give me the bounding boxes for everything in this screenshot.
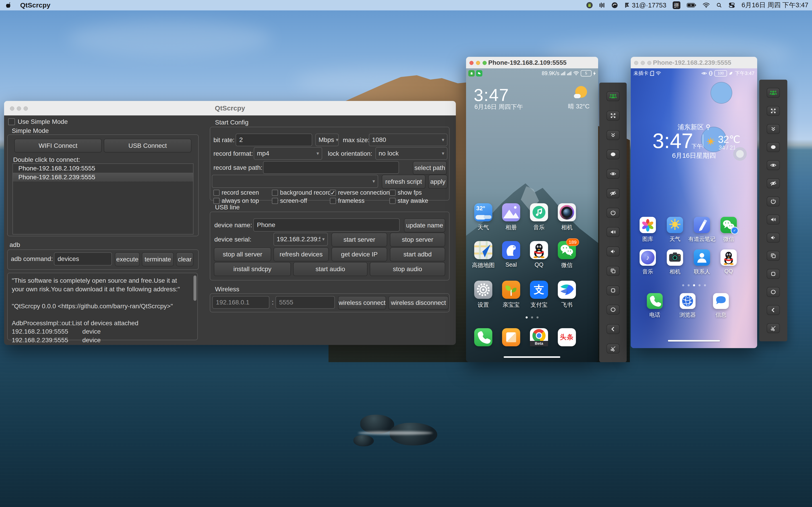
wireless-connect-button[interactable]: wireless connect [338,296,386,309]
open-screen-button[interactable] [607,169,620,179]
full-screen-button[interactable] [767,106,780,116]
power-button[interactable] [607,208,620,218]
adb-command-input[interactable]: devices [54,252,112,266]
volume-down-button[interactable] [767,233,780,243]
app-icon-toutiao[interactable]: 头条 [558,328,576,346]
update-name-button[interactable]: update name [404,218,445,232]
record-save-path-input[interactable] [263,161,399,174]
phone2-screen[interactable]: 未插卡 ! 100 下午3:47 浦东新区 ⚲ 3:47 下午 32℃ [631,68,757,348]
app-icon-browser[interactable] [680,293,696,309]
checkbox-stay-awake[interactable]: stay awake [390,198,428,205]
lock-orientation-dropdown[interactable]: no lock▾ [375,147,448,160]
app-icon-qinbaobao[interactable] [502,281,520,299]
refresh-script-button[interactable]: refresh script [382,175,425,189]
minimize-button[interactable] [641,61,645,65]
use-simple-mode-checkbox[interactable]: Use Simple Mode [8,118,68,125]
stop-audio-button[interactable]: stop audio [370,262,445,276]
power-button[interactable] [767,196,780,207]
app-icon-qq[interactable] [720,249,737,266]
app-icon-feishu[interactable] [558,281,576,299]
app-icon-weather-miui[interactable]: 32° [474,203,492,221]
checkbox-show-fps[interactable]: show fps [390,189,422,196]
checkbox-always-on-top[interactable]: always on top [213,198,259,205]
adb-log-output[interactable]: "This software is completely open source… [7,273,198,340]
collapse-button[interactable] [607,130,620,140]
device-list[interactable]: Phone-192.168.2.109:5555Phone-192.168.2.… [12,163,194,234]
app-icon-music-miui[interactable] [530,203,548,221]
phone2-titlebar[interactable]: Phone-192.168.2.239:5555 [631,57,757,69]
volume-up-button[interactable] [767,215,780,225]
app-icon-weather-hw[interactable] [667,217,683,233]
battery-menu-icon[interactable] [687,2,696,8]
app-icon-alipay[interactable]: 支 [530,281,548,299]
close-button[interactable] [634,61,638,65]
group-control-button[interactable] [767,88,780,98]
checkbox-reverse-connection[interactable]: ✓reverse connection [330,189,390,196]
app-icon-messages-hw[interactable] [713,293,729,309]
stop-all-server-button[interactable]: stop all server [214,247,271,262]
install-sndcpy-button[interactable]: install sndcpy [214,262,291,276]
app-icon-wechat[interactable]: 189 [558,241,576,259]
group-control-button[interactable] [607,91,620,101]
wireless-ip-input[interactable]: 192.168.0.1 [212,296,269,309]
touch-button[interactable] [607,150,620,159]
app-icon-youdao[interactable] [694,217,710,233]
phone1-titlebar[interactable]: Phone-192.168.2.109:5555 [466,57,598,69]
app-icon-contacts[interactable] [694,249,710,266]
checkbox-frameless[interactable]: frameless [330,198,364,205]
back-button[interactable] [607,324,620,334]
wireless-port-input[interactable]: 5555 [275,296,335,309]
wifi-connect-button[interactable]: WIFI Connect [14,139,102,153]
max-size-dropdown[interactable]: 1080▾ [369,133,448,146]
bit-rate-input[interactable]: 2 [236,133,312,146]
volume-down-button[interactable] [607,246,620,257]
get-device-ip-button[interactable]: get device IP [332,247,387,262]
apple-menu-icon[interactable] [6,2,12,9]
zoom-button[interactable] [647,61,651,65]
home-button[interactable] [767,287,780,297]
bit-rate-unit-dropdown[interactable]: Mbps▾ [315,133,339,146]
stop-server-button[interactable]: stop server [390,233,445,247]
home-indicator[interactable] [504,356,560,358]
app-icon-phone-call[interactable] [474,328,492,346]
phone2-date[interactable]: 6月16日星期四 [631,151,757,160]
screenshot-button[interactable] [767,323,780,333]
select-path-button[interactable]: select path [413,161,447,175]
phone2-temp[interactable]: 32℃ [718,133,740,145]
screenshot-button[interactable] [607,344,620,353]
touch-button[interactable] [767,142,780,152]
active-app-name[interactable]: QtScrcpy [20,1,50,9]
collapse-button[interactable] [767,124,780,134]
app-icon-amap[interactable] [474,241,492,259]
wifi-menu-icon[interactable] [703,2,710,8]
app-icon-mms[interactable] [502,328,520,346]
app-icon-phone-call[interactable] [647,293,663,309]
counter-menu-icon[interactable]: 31@·17753 [624,2,666,9]
app-switch-button[interactable] [607,266,620,276]
back-button[interactable] [767,305,780,315]
app-icon-camera-hw[interactable] [667,249,683,266]
start-audio-button[interactable]: start audio [293,262,367,276]
app-icon-wechat[interactable]: ✓ [720,217,737,233]
spotlight-menu-icon[interactable] [716,2,722,8]
stats-menu-icon[interactable] [599,2,605,8]
phone1-screen[interactable]: 89.9K/s 5 3:47 6月16日 周四下午 晴 32°C 32°天气相册… [466,68,598,362]
checkbox-background-record[interactable]: background record [272,189,331,196]
app-icon-settings[interactable] [474,281,492,299]
app-icon-chrome-beta[interactable]: Beta [530,328,548,346]
execute-button[interactable]: execute [115,252,140,266]
apply-button[interactable]: apply [428,175,448,189]
checkbox-screen-off[interactable]: screen-off [272,198,307,205]
zoom-button[interactable] [483,61,487,65]
log-scrollbar[interactable] [194,275,196,301]
input-method-menu[interactable]: 拼 [673,1,680,9]
menu-button[interactable] [607,285,620,295]
record-format-dropdown[interactable]: mp4▾ [254,147,322,160]
app-switch-button[interactable] [767,251,780,261]
checkbox-record-screen[interactable]: record screen [213,189,259,196]
close-button[interactable] [469,61,473,65]
close-screen-button[interactable] [767,178,780,188]
minimize-button[interactable] [476,61,480,65]
refresh-devices-button[interactable]: refresh devices [273,247,329,262]
menu-button[interactable] [767,269,780,279]
